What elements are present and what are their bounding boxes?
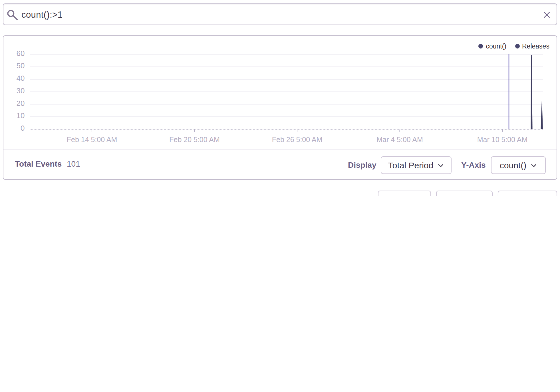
svg-text:30: 30 (17, 86, 25, 95)
svg-text:50: 50 (17, 61, 25, 70)
svg-text:Feb 26 5:00 AM: Feb 26 5:00 AM (272, 135, 323, 143)
svg-text:20: 20 (17, 99, 25, 107)
svg-text:Releases: Releases (522, 42, 549, 50)
svg-text:Feb 14 5:00 AM: Feb 14 5:00 AM (67, 135, 117, 143)
svg-text:count(): count() (486, 42, 506, 50)
svg-text:Mar 4 5:00 AM: Mar 4 5:00 AM (376, 135, 423, 143)
svg-text:0: 0 (21, 124, 25, 132)
svg-text:10: 10 (17, 111, 25, 120)
svg-text:40: 40 (17, 74, 25, 82)
svg-text:Mar 10 5:00 AM: Mar 10 5:00 AM (477, 135, 527, 143)
svg-text:Feb 20 5:00 AM: Feb 20 5:00 AM (169, 135, 220, 143)
svg-text:60: 60 (17, 49, 25, 57)
